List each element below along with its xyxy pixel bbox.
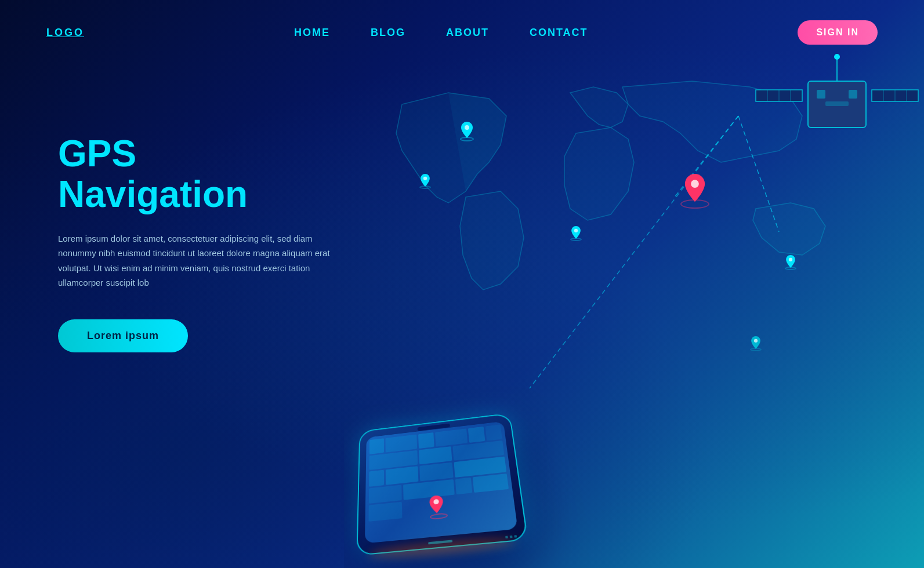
svg-point-21 [789,258,792,261]
hero-left-section: GPS Navigation Lorem ipsum dolor sit ame… [58,133,336,352]
nav-home[interactable]: HOME [294,27,330,39]
nav-about[interactable]: ABOUT [446,27,489,39]
cta-button[interactable]: Lorem ipsum [58,319,188,352]
phone-device [356,412,518,551]
location-pin-5 [785,255,796,270]
svg-point-17 [465,125,469,130]
hero-title: GPS Navigation [58,133,336,215]
nav-blog[interactable]: BLOG [371,27,405,39]
logo-link[interactable]: LOGO [46,27,84,39]
svg-point-22 [754,339,758,343]
location-pin-6 [750,336,762,351]
svg-line-16 [530,116,738,388]
nav-center: HOME BLOG ABOUT CONTACT [294,27,588,39]
navigation: LOGO HOME BLOG ABOUT CONTACT SIGN IN [0,0,924,65]
location-pin-red-main [680,174,709,209]
hero-description: Lorem ipsum dolor sit amet, consectetuer… [58,231,336,290]
svg-point-19 [691,180,699,188]
svg-rect-13 [825,101,849,106]
svg-point-20 [574,229,578,232]
svg-point-18 [423,177,427,180]
svg-rect-11 [817,90,825,99]
sign-in-button[interactable]: SIGN IN [798,20,878,45]
location-pin-2 [419,174,431,189]
nav-contact[interactable]: CONTACT [530,27,588,39]
location-pin-1 [460,122,474,141]
svg-rect-12 [849,90,857,99]
hero-right-section [344,0,924,568]
location-pin-4 [570,226,582,241]
